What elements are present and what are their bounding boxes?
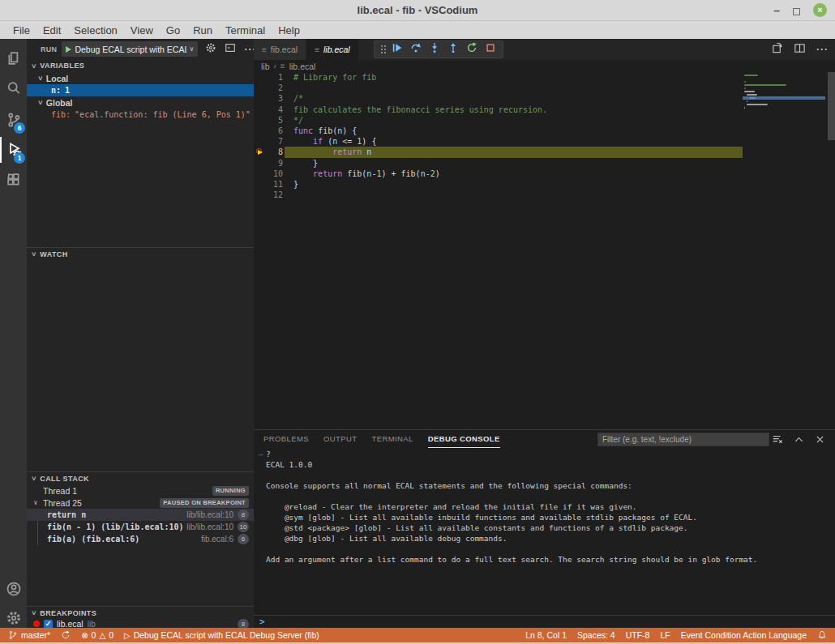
configure-gear-icon[interactable] <box>205 42 216 57</box>
gutter[interactable] <box>254 93 267 104</box>
variable-n[interactable]: n: 1 <box>27 84 254 96</box>
thread-name: Thread 1 <box>43 486 212 496</box>
panel-tab-problems[interactable]: PROBLEMS <box>263 430 309 448</box>
step-over-button[interactable] <box>410 42 422 57</box>
encoding-status[interactable]: UTF-8 <box>626 630 650 640</box>
gutter[interactable] <box>254 126 267 136</box>
gutter[interactable] <box>254 190 267 200</box>
gutter[interactable] <box>254 168 267 179</box>
debug-console-icon[interactable] <box>225 42 236 57</box>
menu-item-selection[interactable]: Selection <box>67 23 123 38</box>
call-stack-section-header[interactable]: ∨ CALL STACK <box>27 471 254 484</box>
breadcrumb[interactable]: lib › ≡ lib.ecal <box>254 60 835 72</box>
menu-item-run[interactable]: Run <box>186 23 219 38</box>
code-editor[interactable]: 1# Library for fib23/*4fib calculates th… <box>254 72 835 429</box>
editor-scrollbar[interactable] <box>828 72 835 140</box>
restore-button[interactable] <box>793 8 800 15</box>
restart-button[interactable] <box>466 42 477 57</box>
gutter[interactable] <box>254 158 267 168</box>
stop-button[interactable] <box>485 42 496 57</box>
tab-fib.ecal[interactable]: ≡fib.ecal <box>254 39 306 60</box>
code-line[interactable]: 12 <box>254 190 835 200</box>
start-debug-icon[interactable] <box>66 46 71 53</box>
branch-status[interactable]: master* <box>8 630 50 640</box>
gutter[interactable] <box>254 136 267 147</box>
menu-item-view[interactable]: View <box>124 23 160 38</box>
close-button[interactable]: × <box>813 3 827 17</box>
code-line[interactable]: 5*/ <box>254 115 835 126</box>
code-line[interactable]: 11} <box>254 179 835 190</box>
menu-item-terminal[interactable]: Terminal <box>219 23 272 38</box>
console-filter-input[interactable] <box>597 433 769 446</box>
cursor-position-status[interactable]: Ln 8, Col 1 <box>525 630 567 640</box>
run-and-debug-icon[interactable]: 1 <box>0 137 27 163</box>
sync-status[interactable] <box>61 630 71 640</box>
eol-status[interactable]: LF <box>660 630 670 640</box>
step-into-button[interactable] <box>429 42 440 57</box>
gutter[interactable] <box>254 179 267 190</box>
menu-item-go[interactable]: Go <box>160 23 186 38</box>
code-line[interactable]: 7 if (n <= 1) { <box>254 136 835 147</box>
breadcrumb-file[interactable]: lib.ecal <box>289 62 316 71</box>
indentation-status[interactable]: Spaces: 4 <box>577 630 615 640</box>
breakpoint-checkbox[interactable]: ✓ <box>44 620 53 629</box>
split-editor-icon[interactable] <box>794 42 806 58</box>
code-line[interactable]: 10 return fib(n-1) + fib(n-2) <box>254 168 835 179</box>
file-icon: ≡ <box>262 45 267 54</box>
watch-section-header[interactable]: ∨ WATCH <box>27 247 254 260</box>
variable-fib[interactable]: fib: "ecal.function: fib (Line 6, Pos 1)… <box>27 109 254 121</box>
code-line[interactable]: 9 } <box>254 158 835 168</box>
menu-item-help[interactable]: Help <box>272 23 306 38</box>
code-line[interactable]: 6func fib(n) { <box>254 126 835 136</box>
explorer-icon[interactable] <box>0 45 27 71</box>
menu-item-file[interactable]: File <box>6 23 36 38</box>
breadcrumb-folder[interactable]: lib <box>261 62 270 71</box>
window-title: lib.ecal - fib - VSCodium <box>0 4 835 16</box>
scope-local[interactable]: ∨ Local <box>27 72 254 84</box>
line-number: 6 <box>267 126 283 135</box>
panel-tab-terminal[interactable]: TERMINAL <box>371 430 413 448</box>
editor-layout-icon[interactable] <box>771 42 783 58</box>
search-icon[interactable] <box>0 75 27 101</box>
language-mode-status[interactable]: Event Condition Action Language <box>681 630 807 640</box>
debug-session-status[interactable]: ▷ Debug ECAL script with ECAL Debug Serv… <box>124 630 319 640</box>
variables-section-header[interactable]: ∨ VARIABLES <box>27 59 254 72</box>
scope-global[interactable]: ∨ Global <box>27 96 254 109</box>
console-input-row[interactable]: > <box>254 615 835 627</box>
tab-lib.ecal[interactable]: ≡lib.ecal <box>306 39 359 60</box>
breadcrumb-separator-icon: › <box>274 62 276 70</box>
panel-tab-debug-console[interactable]: DEBUG CONSOLE <box>428 430 500 448</box>
panel-tab-output[interactable]: OUTPUT <box>323 430 357 448</box>
drag-grip-icon[interactable] <box>381 45 383 47</box>
gutter[interactable] <box>254 72 267 83</box>
callstack-frame[interactable]: fib(a) (fib.ecal:6)fib.ecal:66 <box>27 533 254 545</box>
gutter[interactable] <box>254 115 267 126</box>
callstack-frame[interactable]: fib(n - 1) (lib/lib.ecal:10)lib/lib.ecal… <box>27 521 254 533</box>
gutter[interactable] <box>254 104 267 115</box>
clear-console-icon[interactable] <box>772 433 783 448</box>
source-control-icon[interactable]: 6 <box>0 107 27 133</box>
gutter[interactable] <box>254 83 267 93</box>
extensions-icon[interactable] <box>0 167 27 193</box>
continue-button[interactable] <box>392 42 403 57</box>
breakpoint-current-gutter[interactable] <box>254 147 267 157</box>
launch-config-dropdown[interactable]: Debug ECAL script with ECAL D ∨ <box>62 41 198 57</box>
minimize-button[interactable]: – <box>773 4 780 17</box>
menu-item-edit[interactable]: Edit <box>36 23 67 38</box>
callstack-thread[interactable]: ∨Thread 25PAUSED ON BREAKPOINT <box>27 497 254 509</box>
notifications-bell-icon[interactable] <box>817 630 827 640</box>
close-panel-icon[interactable] <box>815 433 825 448</box>
callstack-frame[interactable]: return nlib/lib.ecal:108 <box>27 509 254 521</box>
problems-status[interactable]: ⊗ 0 △ 0 <box>81 630 113 640</box>
activity-bar: 6 1 <box>0 39 27 628</box>
accounts-icon[interactable] <box>0 576 27 602</box>
editor-more-actions-icon[interactable]: ··· <box>816 44 829 55</box>
file-icon: ≡ <box>315 45 319 54</box>
minimap[interactable] <box>744 75 825 113</box>
source-control-badge: 6 <box>14 122 25 134</box>
breakpoints-section-header[interactable]: ∨ BREAKPOINTS <box>27 606 254 619</box>
maximize-panel-icon[interactable] <box>794 433 804 448</box>
callstack-thread[interactable]: Thread 1RUNNING <box>27 484 254 497</box>
code-line[interactable]: 8 return n <box>254 147 835 157</box>
step-out-button[interactable] <box>447 42 459 57</box>
